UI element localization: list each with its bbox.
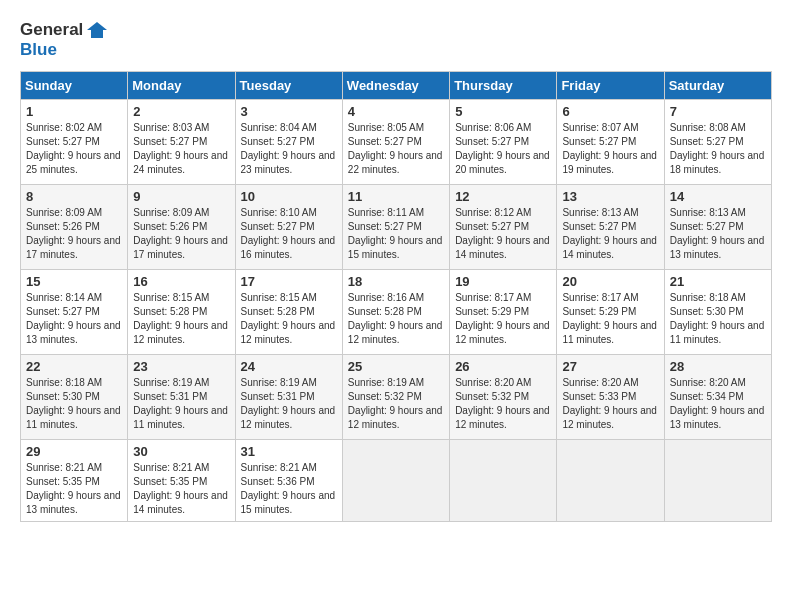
calendar-cell: [342, 439, 449, 521]
calendar-cell: 9Sunrise: 8:09 AMSunset: 5:26 PMDaylight…: [128, 184, 235, 269]
day-info: Sunrise: 8:18 AMSunset: 5:30 PMDaylight:…: [670, 291, 766, 347]
day-number: 2: [133, 104, 229, 119]
day-info: Sunrise: 8:21 AMSunset: 5:35 PMDaylight:…: [26, 461, 122, 517]
calendar-cell: 11Sunrise: 8:11 AMSunset: 5:27 PMDayligh…: [342, 184, 449, 269]
calendar-cell: 7Sunrise: 8:08 AMSunset: 5:27 PMDaylight…: [664, 99, 771, 184]
calendar-cell: 2Sunrise: 8:03 AMSunset: 5:27 PMDaylight…: [128, 99, 235, 184]
calendar-cell: 22Sunrise: 8:18 AMSunset: 5:30 PMDayligh…: [21, 354, 128, 439]
day-info: Sunrise: 8:15 AMSunset: 5:28 PMDaylight:…: [133, 291, 229, 347]
weekday-header-wednesday: Wednesday: [342, 71, 449, 99]
day-info: Sunrise: 8:07 AMSunset: 5:27 PMDaylight:…: [562, 121, 658, 177]
day-number: 3: [241, 104, 337, 119]
calendar-cell: 26Sunrise: 8:20 AMSunset: 5:32 PMDayligh…: [450, 354, 557, 439]
calendar-cell: 27Sunrise: 8:20 AMSunset: 5:33 PMDayligh…: [557, 354, 664, 439]
day-number: 31: [241, 444, 337, 459]
day-info: Sunrise: 8:21 AMSunset: 5:36 PMDaylight:…: [241, 461, 337, 517]
logo: General Blue: [20, 20, 107, 61]
day-number: 15: [26, 274, 122, 289]
calendar-cell: 20Sunrise: 8:17 AMSunset: 5:29 PMDayligh…: [557, 269, 664, 354]
day-number: 30: [133, 444, 229, 459]
calendar-cell: 15Sunrise: 8:14 AMSunset: 5:27 PMDayligh…: [21, 269, 128, 354]
weekday-header-saturday: Saturday: [664, 71, 771, 99]
calendar-cell: 30Sunrise: 8:21 AMSunset: 5:35 PMDayligh…: [128, 439, 235, 521]
day-info: Sunrise: 8:14 AMSunset: 5:27 PMDaylight:…: [26, 291, 122, 347]
calendar-cell: 13Sunrise: 8:13 AMSunset: 5:27 PMDayligh…: [557, 184, 664, 269]
day-info: Sunrise: 8:19 AMSunset: 5:32 PMDaylight:…: [348, 376, 444, 432]
day-info: Sunrise: 8:09 AMSunset: 5:26 PMDaylight:…: [26, 206, 122, 262]
day-number: 22: [26, 359, 122, 374]
day-info: Sunrise: 8:11 AMSunset: 5:27 PMDaylight:…: [348, 206, 444, 262]
day-number: 27: [562, 359, 658, 374]
week-row-5: 29Sunrise: 8:21 AMSunset: 5:35 PMDayligh…: [21, 439, 772, 521]
calendar-cell: 6Sunrise: 8:07 AMSunset: 5:27 PMDaylight…: [557, 99, 664, 184]
week-row-1: 1Sunrise: 8:02 AMSunset: 5:27 PMDaylight…: [21, 99, 772, 184]
day-number: 1: [26, 104, 122, 119]
day-info: Sunrise: 8:02 AMSunset: 5:27 PMDaylight:…: [26, 121, 122, 177]
day-number: 17: [241, 274, 337, 289]
weekday-header-tuesday: Tuesday: [235, 71, 342, 99]
day-number: 12: [455, 189, 551, 204]
day-number: 10: [241, 189, 337, 204]
calendar-cell: 14Sunrise: 8:13 AMSunset: 5:27 PMDayligh…: [664, 184, 771, 269]
day-info: Sunrise: 8:18 AMSunset: 5:30 PMDaylight:…: [26, 376, 122, 432]
day-info: Sunrise: 8:08 AMSunset: 5:27 PMDaylight:…: [670, 121, 766, 177]
weekday-header-monday: Monday: [128, 71, 235, 99]
day-info: Sunrise: 8:17 AMSunset: 5:29 PMDaylight:…: [455, 291, 551, 347]
calendar-cell: 28Sunrise: 8:20 AMSunset: 5:34 PMDayligh…: [664, 354, 771, 439]
page-header: General Blue: [20, 20, 772, 61]
svg-marker-0: [87, 22, 107, 38]
calendar-cell: [450, 439, 557, 521]
day-number: 26: [455, 359, 551, 374]
day-number: 16: [133, 274, 229, 289]
day-number: 4: [348, 104, 444, 119]
day-number: 21: [670, 274, 766, 289]
day-info: Sunrise: 8:20 AMSunset: 5:32 PMDaylight:…: [455, 376, 551, 432]
day-info: Sunrise: 8:21 AMSunset: 5:35 PMDaylight:…: [133, 461, 229, 517]
day-number: 23: [133, 359, 229, 374]
day-info: Sunrise: 8:16 AMSunset: 5:28 PMDaylight:…: [348, 291, 444, 347]
calendar-cell: 29Sunrise: 8:21 AMSunset: 5:35 PMDayligh…: [21, 439, 128, 521]
day-info: Sunrise: 8:06 AMSunset: 5:27 PMDaylight:…: [455, 121, 551, 177]
day-info: Sunrise: 8:04 AMSunset: 5:27 PMDaylight:…: [241, 121, 337, 177]
calendar-cell: 18Sunrise: 8:16 AMSunset: 5:28 PMDayligh…: [342, 269, 449, 354]
logo-arrow-icon: [85, 21, 107, 39]
day-info: Sunrise: 8:15 AMSunset: 5:28 PMDaylight:…: [241, 291, 337, 347]
day-number: 25: [348, 359, 444, 374]
day-info: Sunrise: 8:05 AMSunset: 5:27 PMDaylight:…: [348, 121, 444, 177]
calendar-table: SundayMondayTuesdayWednesdayThursdayFrid…: [20, 71, 772, 522]
calendar-cell: 3Sunrise: 8:04 AMSunset: 5:27 PMDaylight…: [235, 99, 342, 184]
calendar-cell: 5Sunrise: 8:06 AMSunset: 5:27 PMDaylight…: [450, 99, 557, 184]
day-info: Sunrise: 8:10 AMSunset: 5:27 PMDaylight:…: [241, 206, 337, 262]
day-number: 8: [26, 189, 122, 204]
calendar-cell: 12Sunrise: 8:12 AMSunset: 5:27 PMDayligh…: [450, 184, 557, 269]
day-number: 9: [133, 189, 229, 204]
weekday-header-thursday: Thursday: [450, 71, 557, 99]
calendar-cell: 16Sunrise: 8:15 AMSunset: 5:28 PMDayligh…: [128, 269, 235, 354]
calendar-cell: 1Sunrise: 8:02 AMSunset: 5:27 PMDaylight…: [21, 99, 128, 184]
calendar-cell: 23Sunrise: 8:19 AMSunset: 5:31 PMDayligh…: [128, 354, 235, 439]
day-number: 14: [670, 189, 766, 204]
calendar-cell: 31Sunrise: 8:21 AMSunset: 5:36 PMDayligh…: [235, 439, 342, 521]
week-row-2: 8Sunrise: 8:09 AMSunset: 5:26 PMDaylight…: [21, 184, 772, 269]
week-row-3: 15Sunrise: 8:14 AMSunset: 5:27 PMDayligh…: [21, 269, 772, 354]
day-info: Sunrise: 8:12 AMSunset: 5:27 PMDaylight:…: [455, 206, 551, 262]
day-number: 5: [455, 104, 551, 119]
calendar-cell: [557, 439, 664, 521]
day-number: 29: [26, 444, 122, 459]
calendar-cell: 19Sunrise: 8:17 AMSunset: 5:29 PMDayligh…: [450, 269, 557, 354]
day-number: 20: [562, 274, 658, 289]
day-number: 6: [562, 104, 658, 119]
day-info: Sunrise: 8:20 AMSunset: 5:34 PMDaylight:…: [670, 376, 766, 432]
calendar-cell: [664, 439, 771, 521]
day-info: Sunrise: 8:19 AMSunset: 5:31 PMDaylight:…: [241, 376, 337, 432]
day-info: Sunrise: 8:17 AMSunset: 5:29 PMDaylight:…: [562, 291, 658, 347]
day-info: Sunrise: 8:19 AMSunset: 5:31 PMDaylight:…: [133, 376, 229, 432]
week-row-4: 22Sunrise: 8:18 AMSunset: 5:30 PMDayligh…: [21, 354, 772, 439]
day-number: 11: [348, 189, 444, 204]
weekday-header-friday: Friday: [557, 71, 664, 99]
day-number: 28: [670, 359, 766, 374]
calendar-cell: 4Sunrise: 8:05 AMSunset: 5:27 PMDaylight…: [342, 99, 449, 184]
calendar-cell: 17Sunrise: 8:15 AMSunset: 5:28 PMDayligh…: [235, 269, 342, 354]
day-info: Sunrise: 8:13 AMSunset: 5:27 PMDaylight:…: [670, 206, 766, 262]
logo-text: General Blue: [20, 20, 107, 61]
